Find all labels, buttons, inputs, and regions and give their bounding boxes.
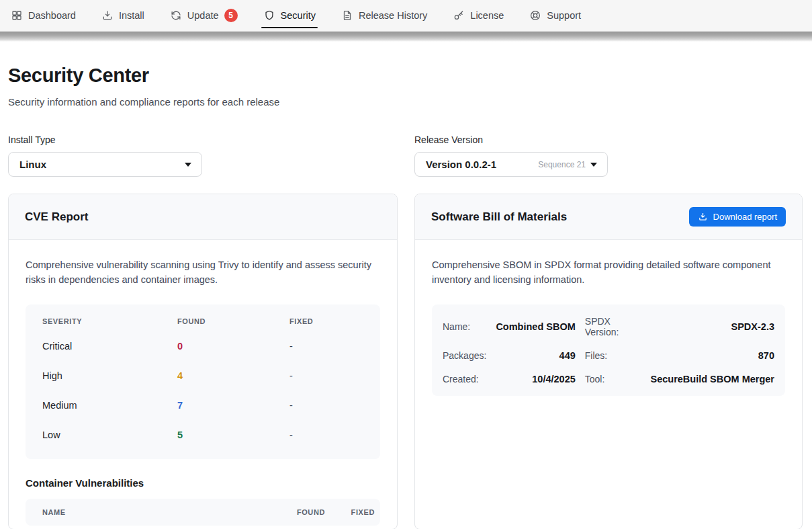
release-version-label: Release Version <box>414 134 803 145</box>
download-report-button[interactable]: Download report <box>689 207 786 227</box>
severity-name: Low <box>42 430 177 440</box>
sbom-field-value: SecureBuild SBOM Merger <box>650 374 774 384</box>
nav-label: Support <box>547 10 581 21</box>
severity-fixed-count: - <box>289 341 363 352</box>
nav-item-dashboard[interactable]: Dashboard <box>11 0 76 31</box>
nav-label: License <box>470 10 504 21</box>
severity-row-critical: Critical 0 - <box>42 331 363 361</box>
nav-label: Update <box>187 10 219 21</box>
severity-name: Critical <box>42 341 177 352</box>
page-subtitle: Security information and compliance repo… <box>8 96 803 108</box>
security-shield-icon <box>263 9 275 22</box>
release-version-select[interactable]: Version 0.0.2-1 Sequence 21 <box>414 152 608 177</box>
severity-table-header: SEVERITY FOUND FIXED <box>42 317 363 325</box>
sbom-field-value: 449 <box>496 350 575 361</box>
release-version-value: Version 0.0.2-1 <box>426 159 496 170</box>
column-header-fixed: FIXED <box>289 317 363 325</box>
license-key-icon <box>453 9 465 22</box>
sbom-title: Software Bill of Materials <box>431 210 567 224</box>
chevron-down-icon <box>185 163 191 167</box>
install-type-value: Linux <box>19 159 46 170</box>
nav-label: Security <box>281 10 316 21</box>
nav-item-release-history[interactable]: Release History <box>341 0 427 31</box>
install-icon <box>101 9 114 22</box>
severity-name: High <box>42 370 177 381</box>
sbom-field-value: SPDX-2.3 <box>650 321 774 332</box>
sbom-info-grid: Name: Combined SBOM SPDX Version: SPDX-2… <box>432 304 785 396</box>
severity-found-count: 5 <box>177 430 289 440</box>
update-icon <box>170 9 182 22</box>
nav-item-install[interactable]: Install <box>101 0 144 31</box>
chevron-down-icon <box>590 163 597 167</box>
severity-fixed-count: - <box>289 400 363 411</box>
nav-label: Install <box>119 10 144 21</box>
severity-found-count: 7 <box>177 400 289 411</box>
cve-report-title: CVE Report <box>25 210 88 224</box>
download-report-label: Download report <box>713 212 777 222</box>
column-header-name: NAME <box>42 508 263 516</box>
severity-row-medium: Medium 7 - <box>42 391 363 420</box>
severity-row-low: Low 5 - <box>42 420 363 450</box>
filters-row: Install Type Linux Release Version Versi… <box>8 134 803 177</box>
release-sequence-label: Sequence 21 <box>538 160 586 169</box>
severity-fixed-count: - <box>289 430 363 440</box>
update-count-badge: 5 <box>224 9 238 22</box>
download-icon <box>698 212 708 222</box>
page-title: Security Center <box>8 65 803 87</box>
nav-label: Release History <box>359 10 427 21</box>
sbom-field-value: 10/4/2025 <box>496 374 575 384</box>
sbom-field-label: Tool: <box>585 374 641 384</box>
dashboard-icon <box>11 9 23 22</box>
sbom-field-value: Combined SBOM <box>496 321 575 332</box>
sbom-header: Software Bill of Materials Download repo… <box>415 194 802 240</box>
column-header-severity: SEVERITY <box>42 317 177 325</box>
column-header-found: FOUND <box>263 508 325 516</box>
container-vulnerabilities-table-header: NAME FOUND FIXED <box>26 499 380 526</box>
cve-report-description: Comprehensive vulnerability scanning usi… <box>26 258 380 287</box>
nav-item-security[interactable]: Security <box>263 0 316 31</box>
severity-found-count: 0 <box>177 341 289 352</box>
column-header-found: FOUND <box>177 317 289 325</box>
nav-item-update[interactable]: Update 5 <box>170 0 238 31</box>
severity-fixed-count: - <box>289 370 363 381</box>
severity-table: SEVERITY FOUND FIXED Critical 0 - High 4 <box>26 304 380 459</box>
severity-found-count: 4 <box>177 370 289 381</box>
sbom-card: Software Bill of Materials Download repo… <box>414 194 803 529</box>
sbom-field-label: Files: <box>585 350 641 361</box>
cve-report-header: CVE Report <box>9 194 397 240</box>
severity-name: Medium <box>42 400 177 411</box>
nav-item-support[interactable]: Support <box>529 0 581 31</box>
install-type-select[interactable]: Linux <box>8 152 202 177</box>
severity-row-high: High 4 - <box>42 361 363 391</box>
sbom-field-label: Packages: <box>443 350 486 361</box>
sbom-field-value: 870 <box>650 350 774 361</box>
sbom-field-label: Created: <box>443 374 486 384</box>
support-lifebuoy-icon <box>529 9 541 22</box>
nav-label: Dashboard <box>28 10 76 21</box>
content-top-shadow <box>0 32 812 42</box>
nav-item-license[interactable]: License <box>453 0 504 31</box>
cve-report-card: CVE Report Comprehensive vulnerability s… <box>8 194 398 529</box>
install-type-label: Install Type <box>8 134 398 145</box>
release-history-icon <box>341 9 353 22</box>
top-navigation: Dashboard Install Update 5 Security Rele… <box>0 0 812 32</box>
sbom-description: Comprehensive SBOM in SPDX format provid… <box>432 258 785 287</box>
sbom-field-label: SPDX Version: <box>585 316 641 337</box>
column-header-fixed: FIXED <box>325 508 375 516</box>
container-vulnerabilities-title: Container Vulnerabilities <box>26 477 380 489</box>
sbom-field-label: Name: <box>443 321 486 332</box>
